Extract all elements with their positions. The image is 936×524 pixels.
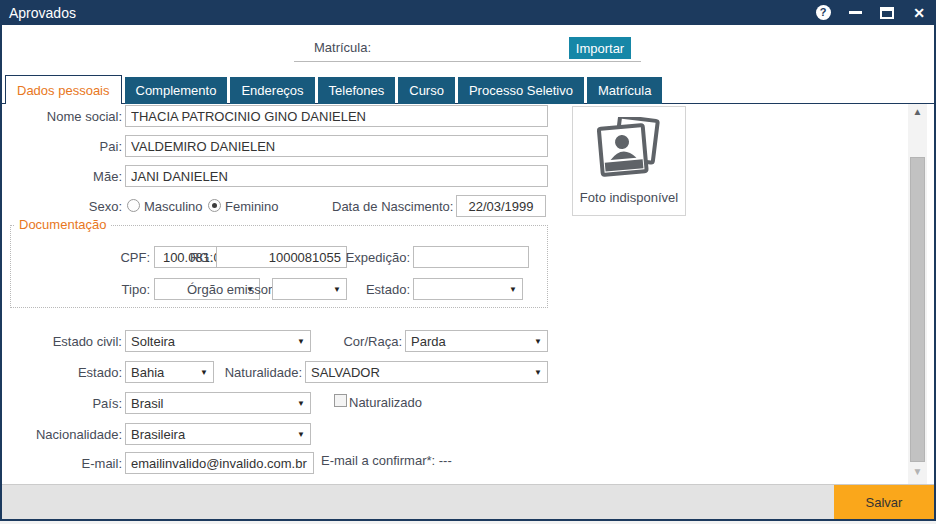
tab-telefones[interactable]: Telefones — [318, 77, 396, 104]
maximize-icon — [880, 7, 894, 19]
pais-select[interactable]: Brasil ▼ — [125, 392, 311, 414]
nacionalidade-label: Nacionalidade: — [2, 427, 122, 443]
matricula-input[interactable] — [382, 36, 562, 58]
doc-estado-label: Estado: — [340, 282, 410, 298]
close-button[interactable]: ✕ — [910, 4, 928, 22]
data-nascimento-input[interactable] — [456, 195, 546, 217]
tab-curso[interactable]: Curso — [398, 77, 455, 104]
tab-dados-pessoais[interactable]: Dados pessoais — [5, 75, 122, 104]
naturalidade-select[interactable]: SALVADOR ▼ — [305, 361, 548, 383]
mae-label: Mãe: — [2, 169, 122, 185]
photo-caption: Foto indisponível — [573, 190, 685, 205]
email-confirmar-text: E-mail a confirmar*: --- — [321, 453, 452, 468]
chevron-down-icon: ▼ — [297, 430, 305, 439]
chevron-down-icon: ▼ — [297, 337, 305, 346]
estado-civil-value: Solteira — [131, 334, 293, 349]
pais-value: Brasil — [131, 396, 293, 411]
mae-input[interactable] — [125, 165, 548, 187]
chevron-down-icon: ▼ — [534, 337, 542, 346]
scroll-down-icon[interactable]: ▼ — [908, 466, 927, 482]
photo-icon — [593, 117, 665, 181]
salvar-button[interactable]: Salvar — [834, 485, 934, 519]
email-input[interactable] — [125, 452, 314, 474]
orgao-emissor-label: Órgão emissor: — [187, 282, 269, 298]
radio-feminino[interactable] — [208, 199, 221, 212]
pai-input[interactable] — [125, 135, 548, 157]
expedicao-input[interactable] — [413, 246, 529, 268]
estado-value: Bahia — [131, 365, 196, 380]
footer-bar: Salvar — [2, 484, 934, 519]
tab-matricula[interactable]: Matrícula — [587, 77, 662, 104]
close-icon: ✕ — [913, 5, 925, 21]
tab-enderecos[interactable]: Endereços — [230, 77, 314, 104]
documentacao-legend: Documentação — [15, 217, 110, 232]
cpf-label: CPF: — [102, 250, 150, 266]
importar-button[interactable]: Importar — [569, 37, 631, 59]
chevron-down-icon: ▼ — [200, 368, 208, 377]
title-bar: Aprovados ? ✕ — [0, 0, 936, 25]
naturalizado-checkbox[interactable] — [334, 394, 347, 407]
tab-complemento[interactable]: Complemento — [125, 77, 228, 104]
help-button[interactable]: ? — [814, 4, 832, 22]
matricula-underline — [294, 61, 641, 62]
scroll-up-icon[interactable]: ▲ — [908, 106, 927, 122]
maximize-button[interactable] — [878, 4, 896, 22]
pai-label: Pai: — [2, 139, 122, 155]
orgao-emissor-select[interactable]: ▼ — [272, 278, 347, 300]
naturalidade-value: SALVADOR — [311, 365, 530, 380]
naturalizado-label: Naturalizado — [349, 395, 422, 410]
cor-raca-value: Parda — [411, 334, 530, 349]
scrollbar-thumb[interactable] — [910, 157, 925, 462]
naturalidade-label: Naturalidade: — [212, 365, 302, 381]
nome-social-label: Nome social: — [2, 109, 122, 125]
minimize-icon — [849, 11, 862, 14]
chevron-down-icon: ▼ — [509, 285, 517, 294]
radio-masculino-label: Masculino — [144, 199, 203, 214]
rg-input[interactable] — [216, 246, 347, 268]
sexo-label: Sexo: — [2, 199, 122, 215]
rg-label: RG: — [182, 250, 213, 266]
email-label: E-mail: — [2, 456, 122, 472]
nacionalidade-select[interactable]: Brasileira ▼ — [125, 423, 311, 445]
chevron-down-icon: ▼ — [297, 399, 305, 408]
minimize-button[interactable] — [846, 4, 864, 22]
aprovados-window: Aprovados ? ✕ Matrícula: Importar Dados … — [0, 0, 936, 521]
data-nascimento-label: Data de Nascimento: — [332, 199, 452, 215]
help-icon: ? — [816, 5, 831, 20]
cor-raca-label: Cor/Raça: — [322, 334, 402, 350]
estado-select[interactable]: Bahia ▼ — [125, 361, 214, 383]
tab-processo-seletivo[interactable]: Processo Seletivo — [458, 77, 584, 104]
chevron-down-icon: ▼ — [534, 368, 542, 377]
vertical-scrollbar[interactable]: ▲ ▼ — [908, 104, 927, 484]
photo-placeholder[interactable]: Foto indisponível — [572, 106, 686, 216]
window-title: Aprovados — [0, 5, 76, 21]
cor-raca-select[interactable]: Parda ▼ — [405, 330, 548, 352]
tipo-label: Tipo: — [102, 282, 150, 298]
radio-feminino-label: Feminino — [225, 199, 278, 214]
tab-bar: Dados pessoais Complemento Endereços Tel… — [5, 75, 662, 104]
nome-social-input[interactable] — [125, 105, 548, 127]
radio-masculino[interactable] — [127, 199, 140, 212]
matricula-label: Matrícula: — [314, 40, 371, 55]
doc-estado-select[interactable]: ▼ — [413, 278, 523, 300]
window-controls: ? ✕ — [814, 0, 928, 25]
estado-civil-label: Estado civil: — [2, 334, 122, 350]
estado-civil-select[interactable]: Solteira ▼ — [125, 330, 311, 352]
pais-label: País: — [2, 396, 122, 412]
nacionalidade-value: Brasileira — [131, 427, 293, 442]
estado-label: Estado: — [2, 365, 122, 381]
expedicao-label: Expedição: — [340, 250, 410, 266]
